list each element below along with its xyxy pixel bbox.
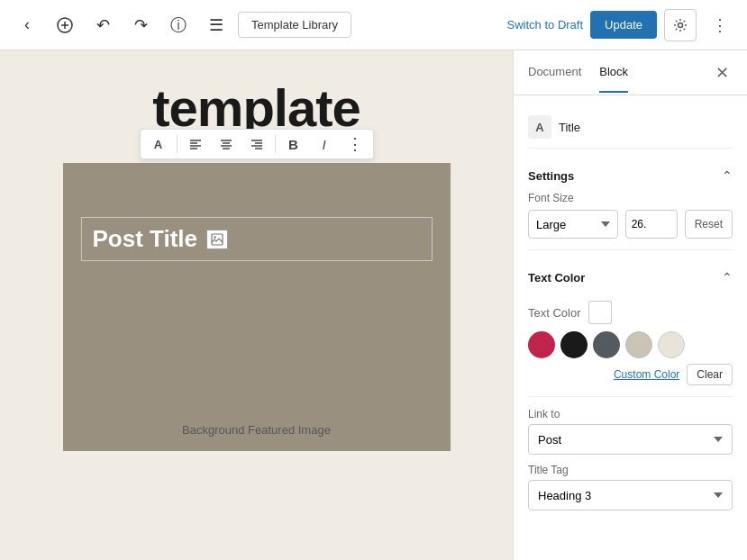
settings-section-header[interactable]: Settings ⌃ bbox=[528, 159, 733, 192]
plus-circle-icon bbox=[57, 17, 73, 33]
block-tab[interactable]: Block bbox=[599, 52, 628, 93]
info-button[interactable]: ⓘ bbox=[162, 9, 195, 41]
block-container[interactable]: A bbox=[63, 163, 451, 451]
bg-featured-label: Background Featured Image bbox=[63, 412, 451, 451]
breadcrumb-label: Title bbox=[559, 121, 580, 134]
color-actions: Custom Color Clear bbox=[528, 364, 733, 385]
title-tag-select[interactable]: Heading 3 bbox=[528, 480, 733, 510]
undo-button[interactable]: ↶ bbox=[87, 9, 119, 41]
toolbar-divider bbox=[177, 135, 178, 153]
text-format-button[interactable]: A bbox=[144, 130, 173, 158]
update-button[interactable]: Update bbox=[590, 11, 657, 39]
text-color-chevron-icon: ⌃ bbox=[722, 270, 733, 285]
main-layout: template A bbox=[0, 50, 747, 560]
panel-close-button[interactable]: ✕ bbox=[712, 59, 733, 86]
svg-rect-16 bbox=[212, 234, 223, 245]
title-tag-wrapper: Heading 3 bbox=[528, 480, 733, 510]
color-dot-light-tan[interactable] bbox=[625, 331, 652, 358]
svg-point-3 bbox=[679, 23, 683, 27]
clear-color-button[interactable]: Clear bbox=[687, 364, 733, 385]
gear-icon bbox=[673, 18, 688, 32]
settings-chevron-icon: ⌃ bbox=[722, 168, 733, 183]
align-left-button[interactable] bbox=[181, 130, 210, 158]
post-title-block[interactable]: Post Title bbox=[81, 217, 433, 261]
font-size-label: Font Size bbox=[528, 192, 733, 204]
reset-button[interactable]: Reset bbox=[685, 210, 733, 239]
text-color-swatch[interactable] bbox=[588, 301, 612, 324]
text-color-label: Text Color bbox=[528, 306, 581, 320]
redo-button[interactable]: ↷ bbox=[124, 9, 157, 41]
more-rich-text-button[interactable]: ⋮ bbox=[341, 130, 369, 158]
bold-button[interactable]: B bbox=[279, 130, 308, 158]
menu-button[interactable]: ☰ bbox=[200, 9, 232, 41]
right-panel: Document Block ✕ A Title Settings ⌃ Font… bbox=[513, 50, 747, 560]
toolbar-right: Switch to Draft Update ⋮ bbox=[507, 9, 736, 41]
panel-body: A Title Settings ⌃ Font Size Large Reset… bbox=[514, 95, 747, 560]
link-to-label: Link to bbox=[528, 408, 733, 420]
font-size-select[interactable]: Large bbox=[528, 210, 618, 239]
document-tab[interactable]: Document bbox=[528, 52, 581, 93]
breadcrumb-icon: A bbox=[528, 115, 551, 139]
toolbar: ‹ ↶ ↷ ⓘ ☰ Template Library Switch to Dra… bbox=[0, 0, 747, 50]
align-center-button[interactable] bbox=[212, 130, 241, 158]
template-library-button[interactable]: Template Library bbox=[238, 12, 351, 38]
image-placeholder-icon bbox=[206, 230, 228, 249]
link-to-wrapper: Post bbox=[528, 424, 733, 455]
divider-1 bbox=[528, 249, 733, 250]
post-title-text: Post Title bbox=[93, 225, 421, 253]
add-block-button[interactable] bbox=[49, 9, 81, 41]
block-toolbar: A bbox=[140, 129, 374, 159]
block-breadcrumb: A Title bbox=[528, 106, 733, 149]
font-size-row: Large Reset bbox=[528, 210, 733, 239]
text-color-section-header[interactable]: Text Color ⌃ bbox=[528, 261, 733, 294]
back-button[interactable]: ‹ bbox=[11, 9, 43, 41]
align-right-icon bbox=[251, 138, 263, 150]
settings-title: Settings bbox=[528, 169, 574, 183]
custom-color-button[interactable]: Custom Color bbox=[614, 368, 679, 381]
settings-button[interactable] bbox=[664, 9, 697, 41]
align-left-icon bbox=[189, 138, 202, 150]
more-options-button[interactable]: ⋮ bbox=[704, 9, 736, 41]
switch-to-draft-button[interactable]: Switch to Draft bbox=[507, 18, 584, 32]
color-dot-dark-gray[interactable] bbox=[593, 331, 620, 358]
color-dot-black[interactable] bbox=[560, 331, 588, 358]
image-icon bbox=[211, 233, 223, 246]
align-right-button[interactable] bbox=[242, 130, 271, 158]
toolbar-left: ‹ ↶ ↷ ⓘ ☰ Template Library bbox=[11, 9, 351, 41]
text-color-title: Text Color bbox=[528, 271, 585, 285]
panel-header: Document Block ✕ bbox=[514, 50, 747, 95]
color-dot-cream[interactable] bbox=[658, 331, 685, 358]
align-center-icon bbox=[220, 138, 232, 150]
canvas-area: template A bbox=[0, 50, 513, 560]
italic-button[interactable]: I bbox=[310, 130, 339, 158]
title-tag-label: Title Tag bbox=[528, 464, 733, 476]
color-dot-crimson[interactable] bbox=[528, 331, 555, 358]
svg-point-17 bbox=[214, 236, 215, 238]
font-size-input[interactable] bbox=[625, 210, 678, 239]
divider-2 bbox=[528, 396, 733, 397]
text-color-row: Text Color bbox=[528, 301, 733, 324]
color-palette bbox=[528, 331, 733, 358]
link-to-select[interactable]: Post bbox=[528, 424, 733, 455]
toolbar-divider-2 bbox=[275, 135, 276, 153]
